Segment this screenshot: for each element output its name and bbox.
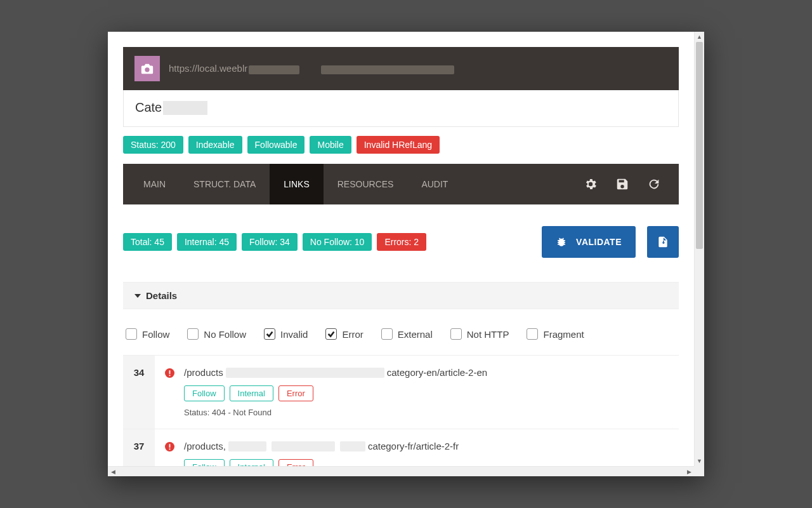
link-path[interactable]: /products,category-fr/article-2-fr xyxy=(184,441,672,451)
scroll-left-arrow[interactable]: ◀ xyxy=(108,467,118,477)
redacted-text xyxy=(163,101,207,115)
vertical-scrollbar[interactable]: ▲ ▼ xyxy=(694,32,704,466)
caret-down-icon xyxy=(134,294,141,298)
details-label: Details xyxy=(146,290,177,301)
summary-chip[interactable]: No Follow: 10 xyxy=(303,233,372,251)
checkbox[interactable] xyxy=(527,328,538,340)
tab-resources[interactable]: RESOURCES xyxy=(324,164,408,204)
row-index: 37 xyxy=(123,429,155,466)
summary-chip[interactable]: Errors: 2 xyxy=(377,233,426,251)
page-title: Cate xyxy=(135,100,162,115)
filter-error[interactable]: Error xyxy=(325,328,363,340)
tab-nav-bar: MAINSTRUCT. DATALINKSRESOURCESAUDIT xyxy=(123,164,679,204)
filter-label: Invalid xyxy=(280,329,308,340)
link-tag: Internal xyxy=(230,385,273,401)
camera-icon[interactable] xyxy=(134,56,160,81)
link-tag: Follow xyxy=(184,459,225,466)
link-tag: Follow xyxy=(184,385,225,401)
summary-chip[interactable]: Internal: 45 xyxy=(177,233,237,251)
table-row: 34/productscategory-en/article-2-enFollo… xyxy=(123,356,679,429)
validate-label: VALIDATE xyxy=(576,237,622,247)
url-bar: https://local.weeblr xyxy=(123,47,679,90)
checkbox[interactable] xyxy=(264,328,275,340)
link-tag: Error xyxy=(278,385,313,401)
filter-label: No Follow xyxy=(204,329,246,340)
validate-button[interactable]: VALIDATE xyxy=(542,226,636,258)
filter-label: Fragment xyxy=(543,329,584,340)
checkbox[interactable] xyxy=(187,328,199,340)
export-button[interactable] xyxy=(647,226,679,258)
row-content: /products,category-fr/article-2-frFollow… xyxy=(184,441,679,466)
scroll-down-arrow[interactable]: ▼ xyxy=(695,456,704,466)
page-title-card: Cate xyxy=(123,90,679,127)
link-path[interactable]: /productscategory-en/article-2-en xyxy=(184,367,672,378)
row-index: 34 xyxy=(123,356,155,429)
gear-icon[interactable] xyxy=(584,177,598,191)
tab-audit[interactable]: AUDIT xyxy=(407,164,462,204)
svg-rect-5 xyxy=(169,448,170,450)
svg-rect-4 xyxy=(169,444,170,448)
status-chip[interactable]: Mobile xyxy=(310,136,351,154)
checkbox[interactable] xyxy=(325,328,337,340)
url-text: https://local.weeblr xyxy=(169,63,454,74)
scroll-thumb[interactable] xyxy=(696,42,703,249)
app-window: https://local.weeblr Cate Status: 200Ind… xyxy=(108,32,704,476)
scroll-right-arrow[interactable]: ▶ xyxy=(684,467,694,477)
filter-label: Not HTTP xyxy=(467,329,509,340)
filter-label: Error xyxy=(342,329,363,340)
status-chip[interactable]: Followable xyxy=(247,136,305,154)
status-chip[interactable]: Invalid HRefLang xyxy=(357,136,440,154)
svg-rect-2 xyxy=(169,375,170,376)
file-export-icon xyxy=(657,235,669,249)
link-status: Status: 404 - Not Found xyxy=(184,408,672,417)
summary-chip[interactable]: Follow: 34 xyxy=(242,233,298,251)
row-content: /productscategory-en/article-2-enFollowI… xyxy=(184,367,679,417)
status-chips-row: Status: 200IndexableFollowableMobileInva… xyxy=(123,136,679,154)
tab-links[interactable]: LINKS xyxy=(270,164,323,204)
tab-struct-data[interactable]: STRUCT. DATA xyxy=(180,164,270,204)
tab-main[interactable]: MAIN xyxy=(129,164,180,204)
scroll-up-arrow[interactable]: ▲ xyxy=(695,32,704,42)
filter-label: Follow xyxy=(142,329,169,340)
refresh-icon[interactable] xyxy=(647,177,661,191)
filter-row: FollowNo FollowInvalidErrorExternalNot H… xyxy=(123,309,679,355)
save-icon[interactable] xyxy=(615,177,629,191)
actions-row: Total: 45Internal: 45Follow: 34No Follow… xyxy=(123,226,679,258)
link-tag: Internal xyxy=(230,459,273,466)
filter-not-http[interactable]: Not HTTP xyxy=(450,328,509,340)
horizontal-scrollbar[interactable]: ◀ ▶ xyxy=(108,466,694,476)
table-row: 37/products,category-fr/article-2-frFoll… xyxy=(123,429,679,466)
svg-rect-1 xyxy=(169,370,170,374)
status-chip[interactable]: Status: 200 xyxy=(123,136,183,154)
details-accordion-header[interactable]: Details xyxy=(123,282,679,309)
checkbox[interactable] xyxy=(126,328,137,340)
filter-fragment[interactable]: Fragment xyxy=(527,328,584,340)
links-table: 34/productscategory-en/article-2-enFollo… xyxy=(123,355,679,466)
checkbox[interactable] xyxy=(381,328,393,340)
filter-label: External xyxy=(398,329,433,340)
scroll-viewport[interactable]: https://local.weeblr Cate Status: 200Ind… xyxy=(108,32,694,466)
link-tag: Error xyxy=(278,459,313,466)
scrollbar-corner xyxy=(694,466,704,476)
filter-follow[interactable]: Follow xyxy=(126,328,169,340)
checkbox[interactable] xyxy=(450,328,462,340)
filter-no-follow[interactable]: No Follow xyxy=(187,328,246,340)
bug-icon xyxy=(556,236,567,248)
filter-external[interactable]: External xyxy=(381,328,433,340)
summary-chip[interactable]: Total: 45 xyxy=(123,233,172,251)
filter-invalid[interactable]: Invalid xyxy=(264,328,308,340)
status-chip[interactable]: Indexable xyxy=(188,136,242,154)
error-dot-icon xyxy=(155,441,184,466)
error-dot-icon xyxy=(155,367,184,417)
